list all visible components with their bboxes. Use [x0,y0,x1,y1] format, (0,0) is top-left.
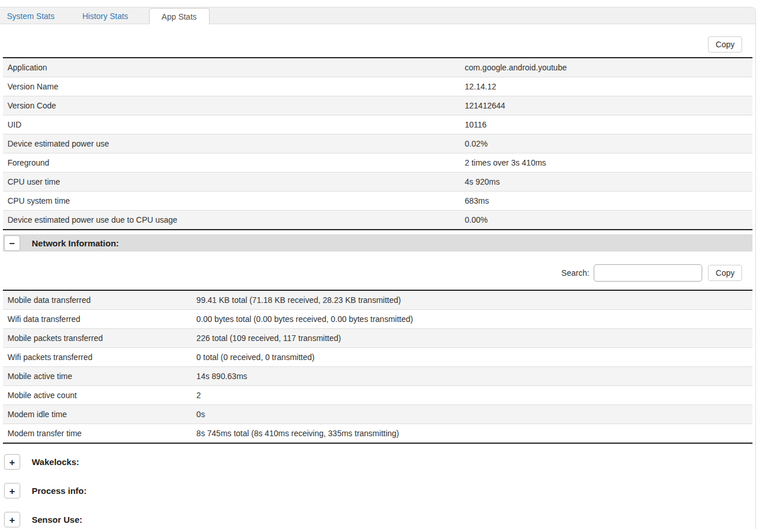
row-value: 0s [192,405,752,424]
app-table-toolbar: Copy [3,36,742,53]
row-value: 99.41 KB total (71.18 KB received, 28.23… [192,290,752,310]
app-stats-table: Application com.google.android.youtube V… [3,57,752,230]
sensor-use-title: Sensor Use: [32,515,83,524]
row-label: Mobile active time [3,367,192,386]
row-label: Version Name [3,77,460,96]
row-value: 10116 [460,115,752,134]
table-row: Version Code 121412644 [3,96,752,115]
table-row: Wifi data transferred 0.00 bytes total (… [3,310,752,329]
row-label: Version Code [3,96,460,115]
collapsed-sections: + Wakelocks: + Process info: + Sensor Us… [3,454,752,527]
table-row: Device estimated power use due to CPU us… [3,211,752,230]
process-info-title: Process info: [32,486,87,496]
network-information-title: Network Information: [32,238,119,248]
row-value: 0.00% [460,211,752,230]
row-value: 683ms [460,192,752,211]
expand-process-info-button[interactable]: + [4,483,20,499]
app-stats-panel: System Stats History Stats App Stats Cop… [0,7,756,529]
sensor-use-header: + Sensor Use: [4,512,752,527]
row-value: 2 [192,386,752,405]
expand-wakelocks-button[interactable]: + [4,454,20,470]
table-row: Foreground 2 times over 3s 410ms [3,153,752,173]
row-value: com.google.android.youtube [460,58,752,77]
row-label: Device estimated power use due to CPU us… [3,211,460,230]
network-table-toolbar: Search: Copy [3,264,742,282]
row-label: Modem idle time [3,405,192,424]
row-value: 12.14.12 [460,77,752,96]
table-row: Mobile packets transferred 226 total (10… [3,329,752,348]
tab-system-stats[interactable]: System Stats [0,8,61,24]
row-label: Mobile packets transferred [3,329,192,348]
table-row: Mobile data transferred 99.41 KB total (… [3,290,752,310]
row-value: 0.00 bytes total (0.00 bytes received, 0… [192,310,752,329]
row-label: UID [3,115,460,134]
row-value: 14s 890.63ms [192,367,752,386]
table-row: Device estimated power use 0.02% [3,134,752,153]
row-label: Mobile data transferred [3,290,192,310]
copy-app-stats-button[interactable]: Copy [708,36,742,53]
row-label: Device estimated power use [3,134,460,153]
table-row: Mobile active count 2 [3,386,752,405]
wakelocks-title: Wakelocks: [32,457,79,467]
table-row: Wifi packets transferred 0 total (0 rece… [3,348,752,367]
row-value: 121412644 [460,96,752,115]
copy-network-stats-button[interactable]: Copy [708,265,742,281]
table-row: Application com.google.android.youtube [3,58,752,77]
table-row: CPU user time 4s 920ms [3,173,752,192]
collapse-network-button[interactable]: − [4,235,20,251]
row-label: Modem transfer time [3,424,192,444]
row-value: 0 total (0 received, 0 transmitted) [192,348,752,367]
row-value: 0.02% [460,134,752,153]
tab-app-stats[interactable]: App Stats [149,8,210,24]
row-value: 2 times over 3s 410ms [460,153,752,173]
table-row: Version Name 12.14.12 [3,77,752,96]
table-row: Modem idle time 0s [3,405,752,424]
table-row: UID 10116 [3,115,752,134]
row-value: 226 total (109 received, 117 transmitted… [192,329,752,348]
table-row: Mobile active time 14s 890.63ms [3,367,752,386]
row-label: Application [3,58,460,77]
wakelocks-header: + Wakelocks: [4,454,752,470]
network-information-header: − Network Information: [3,234,752,252]
row-label: Mobile active count [3,386,192,405]
search-input[interactable] [594,264,702,282]
network-stats-table: Mobile data transferred 99.41 KB total (… [3,290,752,444]
table-row: Modem transfer time 8s 745ms total (8s 4… [3,424,752,444]
row-label: Wifi data transferred [3,310,192,329]
expand-sensor-use-button[interactable]: + [4,512,20,527]
row-value: 8s 745ms total (8s 410ms receiving, 335m… [192,424,752,444]
search-label: Search: [561,268,589,278]
row-label: Foreground [3,153,460,173]
table-row: CPU system time 683ms [3,192,752,211]
process-info-header: + Process info: [4,483,752,499]
tab-history-stats[interactable]: History Stats [75,8,135,24]
row-label: CPU user time [3,173,460,192]
tab-bar: System Stats History Stats App Stats [0,7,755,24]
row-value: 4s 920ms [460,173,752,192]
row-label: CPU system time [3,192,460,211]
row-label: Wifi packets transferred [3,348,192,367]
panel-body: Copy Application com.google.android.yout… [0,36,755,527]
